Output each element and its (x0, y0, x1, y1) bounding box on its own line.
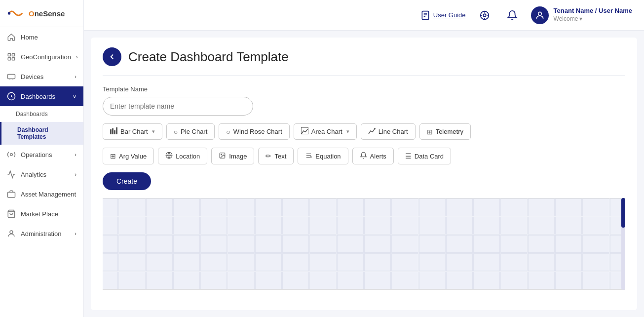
wind-rose-label: Wind Rose Chart (233, 128, 282, 135)
dashboards-icon (7, 92, 16, 101)
alerts-svg (360, 152, 367, 159)
sidebar-item-analytics[interactable]: Analytics › (0, 164, 83, 184)
sidebar-item-dashboards[interactable]: Dashboards ∨ (0, 86, 83, 106)
grid-cell (146, 198, 173, 216)
sidebar-item-asset[interactable]: Asset Management (0, 184, 83, 204)
alerts-label: Alerts (370, 153, 386, 160)
grid-cell (473, 272, 500, 289)
user-guide-icon (420, 10, 430, 20)
pie-chart-btn[interactable]: ○ Pie Chart (166, 123, 215, 140)
grid-scrollbar[interactable] (621, 198, 625, 290)
location-btn[interactable]: Location (158, 148, 207, 164)
analytics-chevron-icon: › (75, 171, 76, 177)
grid-cell (391, 217, 418, 235)
template-name-input[interactable] (103, 97, 253, 116)
sidebar-item-marketplace[interactable]: Market Place (0, 204, 83, 224)
devices-chevron-icon: › (75, 74, 76, 79)
sidebar-item-geo[interactable]: GeoConfiguration › (0, 47, 83, 67)
grid-cell (118, 272, 145, 289)
pie-chart-label: Pie Chart (181, 128, 207, 135)
grid-cell (118, 235, 145, 253)
grid-cell (255, 235, 282, 253)
grid-cell (500, 217, 527, 235)
sidebar-item-asset-label: Asset Management (21, 191, 76, 198)
sidebar-item-devices[interactable]: Devices › (0, 67, 83, 86)
equation-svg (305, 152, 312, 159)
equation-btn[interactable]: Equation (298, 148, 348, 164)
wind-rose-btn[interactable]: ○ Wind Rose Chart (219, 123, 289, 140)
grid-cell (364, 253, 391, 271)
grid-cell (227, 253, 254, 271)
sidebar-item-home[interactable]: Home (0, 27, 83, 47)
back-button[interactable] (103, 47, 121, 66)
focus-mode-btn[interactable] (476, 6, 493, 24)
grid-cell (473, 198, 500, 216)
grid-cell (582, 272, 609, 289)
grid-cell (227, 272, 254, 289)
grid-cell (146, 272, 173, 289)
header: User Guide Tenant Name / User Name Welco… (84, 0, 644, 31)
grid-cell (173, 253, 200, 271)
sidebar-item-devices-label: Devices (21, 73, 43, 80)
create-button[interactable]: Create (103, 172, 151, 190)
wind-rose-icon: ○ (226, 128, 230, 136)
main-area: User Guide Tenant Name / User Name Welco… (84, 0, 644, 317)
svg-rect-25 (112, 128, 114, 134)
sub-dashboard-templates-label: Dashboard Templates (17, 126, 48, 140)
line-chart-btn[interactable]: Line Chart (361, 123, 416, 140)
grid-cell (473, 253, 500, 271)
notifications-btn[interactable] (503, 6, 521, 24)
area-chart-btn[interactable]: Area Chart ▾ (294, 123, 357, 140)
grid-cell (282, 198, 309, 216)
arg-value-btn[interactable]: ⊞ Arg Value (103, 148, 154, 164)
sidebar-sub-dashboards[interactable]: Dashboards (0, 106, 83, 122)
svg-rect-4 (12, 58, 15, 60)
bar-chart-btn[interactable]: Bar Chart ▾ (103, 123, 162, 140)
grid-cell (146, 253, 173, 271)
sidebar-sub-dashboard-templates[interactable]: Dashboard Templates (0, 122, 83, 145)
area-chart-icon (301, 127, 308, 136)
marketplace-icon (7, 209, 16, 218)
grid-cell (473, 217, 500, 235)
grid-cell (419, 235, 446, 253)
user-avatar-icon (535, 10, 545, 20)
grid-cell (227, 217, 254, 235)
welcome-label: Welcome (554, 15, 578, 23)
grid-cell (582, 217, 609, 235)
grid-wrapper (103, 198, 625, 290)
sidebar-item-operations[interactable]: Operations › (0, 145, 83, 164)
sub-dashboards-label: Dashboards (16, 111, 48, 118)
text-btn[interactable]: ✏ Text (258, 148, 294, 164)
grid-cell (555, 198, 582, 216)
area-chart-dropdown-icon: ▾ (346, 128, 349, 135)
image-btn[interactable]: Image (211, 148, 254, 164)
logo: OneSense (0, 0, 83, 27)
bar-chart-dropdown-icon: ▾ (152, 128, 155, 135)
user-area[interactable]: Tenant Name / User Name Welcome ▾ (531, 6, 632, 24)
page-card: Create Dashboard Template Template Name … (91, 38, 637, 310)
image-icon (219, 152, 226, 160)
location-icon (165, 152, 173, 160)
user-name: Tenant Name / User Name (554, 7, 632, 15)
sidebar-item-analytics-label: Analytics (21, 171, 46, 178)
telemetry-btn[interactable]: ⊞ Telemetry (419, 123, 471, 140)
grid-cell (103, 253, 118, 271)
svg-rect-1 (8, 53, 10, 56)
line-chart-label: Line Chart (379, 128, 408, 135)
user-guide-link[interactable]: User Guide (420, 10, 466, 20)
arg-value-label: Arg Value (119, 153, 147, 160)
grid-cell (555, 272, 582, 289)
sidebar-item-administration[interactable]: Administration › (0, 224, 83, 243)
grid-cell (555, 217, 582, 235)
grid-scrollbar-thumb[interactable] (621, 198, 625, 228)
grid-cell (309, 272, 336, 289)
data-card-btn[interactable]: ☰ Data Card (398, 148, 451, 164)
sidebar-item-dashboards-label: Dashboards (21, 93, 55, 100)
grid-cell (446, 235, 473, 253)
alerts-btn[interactable]: Alerts (352, 148, 394, 164)
grid-cell (337, 235, 364, 253)
data-card-label: Data Card (415, 153, 444, 160)
grid-cell (528, 253, 555, 271)
grid-cell (337, 272, 364, 289)
grid-cell (255, 253, 282, 271)
